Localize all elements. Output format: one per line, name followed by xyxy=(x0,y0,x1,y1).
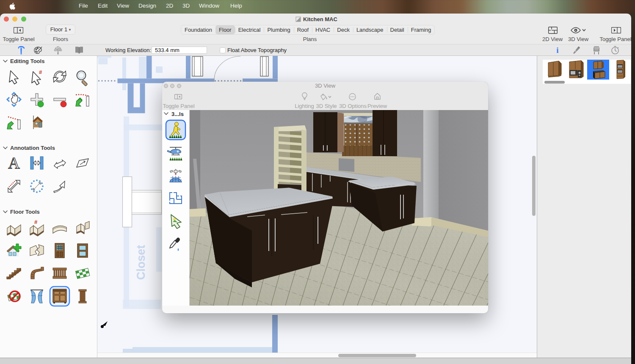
svg-text:Annotation Tools: Annotation Tools xyxy=(10,145,55,151)
svg-text:i: i xyxy=(556,46,558,55)
svg-text:#: # xyxy=(34,219,38,225)
svg-text:Closet: Closet xyxy=(135,245,147,280)
svg-text:A: A xyxy=(8,154,20,172)
svg-text:#: # xyxy=(39,69,42,75)
svg-text:Editing Tools: Editing Tools xyxy=(10,58,44,64)
svg-text:Floor Tools: Floor Tools xyxy=(10,209,40,215)
svg-text:3...ls: 3...ls xyxy=(171,111,184,117)
